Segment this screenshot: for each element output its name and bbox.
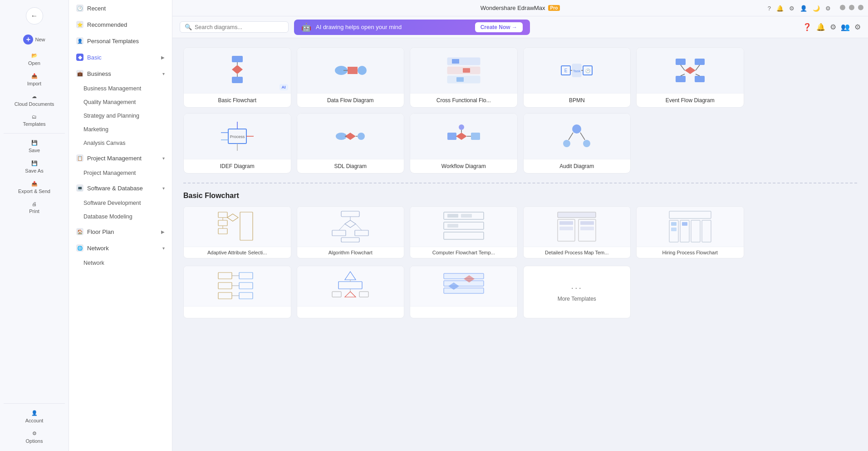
sidebar-item-cloud[interactable]: ☁ Cloud Documents xyxy=(0,90,69,110)
diagram-card-label-cross-functional: Cross Functional Flo... xyxy=(410,93,517,107)
minimize-button[interactable] xyxy=(840,5,845,10)
sidebar-sub-software-dev[interactable]: Software Development xyxy=(69,196,172,210)
sidebar-item-open[interactable]: 📂 Open xyxy=(0,49,69,69)
sidebar-item-network[interactable]: 🌐 Network ▾ xyxy=(69,240,172,256)
sidebar-sub-network[interactable]: Network xyxy=(69,256,172,270)
title-bar-actions: ? 🔔 ⚙ 👤 🌙 ⚙ xyxy=(768,5,863,11)
sidebar-sub-strategy[interactable]: Strategy and Planning xyxy=(69,109,172,123)
sidebar-item-options[interactable]: ⚙ Options xyxy=(0,427,69,447)
sidebar-item-recent[interactable]: 🕐 Recent xyxy=(69,0,172,16)
template-card-t6[interactable] xyxy=(183,266,291,318)
diagram-card-data-flow[interactable]: Data Flow Diagram xyxy=(297,47,405,108)
svg-rect-60 xyxy=(218,228,227,234)
floorplan-chevron: ▶ xyxy=(161,229,165,234)
plugin-icon[interactable]: ⚙ xyxy=(830,23,836,31)
svg-rect-45 xyxy=(447,133,456,140)
business-chevron: ▾ xyxy=(162,71,165,76)
svg-rect-97 xyxy=(239,282,253,289)
search-input[interactable] xyxy=(195,24,284,30)
template-label-t1: Adaptive Attribute Selecti... xyxy=(184,247,291,258)
template-img-t4 xyxy=(524,207,631,247)
options-icon: ⚙ xyxy=(32,431,37,436)
app-settings-icon[interactable]: ⚙ xyxy=(825,5,831,11)
sidebar-item-floorplan[interactable]: 🏠 Floor Plan ▶ xyxy=(69,223,172,240)
content-area: Wondershare EdrawMax Pro ? 🔔 ⚙ 👤 🌙 ⚙ 🔍 🤖… xyxy=(172,0,868,451)
svg-rect-105 xyxy=(332,292,341,297)
svg-rect-76 xyxy=(461,214,472,218)
export-icon: 📤 xyxy=(31,181,38,187)
sidebar-item-software[interactable]: 💻 Software & Database ▾ xyxy=(69,180,172,196)
templates-label: Templates xyxy=(23,121,45,127)
maximize-button[interactable] xyxy=(849,5,854,10)
template-card-t3[interactable]: Computer Flowchart Temp... xyxy=(410,206,518,258)
diagram-card-idef[interactable]: Process IDEF Diagram xyxy=(183,113,291,173)
diagram-card-cross-functional[interactable]: Cross Functional Flo... xyxy=(410,47,518,108)
diagram-card-event-flow[interactable]: Event Flow Diagram xyxy=(636,47,744,108)
sidebar-item-print[interactable]: 🖨 Print xyxy=(0,198,69,218)
sidebar-item-account[interactable]: 👤 Account xyxy=(0,406,69,427)
sidebar-item-import[interactable]: 📥 Import xyxy=(0,69,69,90)
template-card-t8[interactable] xyxy=(410,266,518,318)
sidebar-item-export[interactable]: 📤 Export & Send xyxy=(0,177,69,198)
settings-icon[interactable]: ⚙ xyxy=(789,5,794,11)
app-title: Wondershare EdrawMax Pro xyxy=(481,5,560,11)
template-card-t7[interactable] xyxy=(297,266,405,318)
sidebar-item-saveas[interactable]: 💾 Save As xyxy=(0,157,69,177)
svg-rect-89 xyxy=(702,220,711,242)
template-label-t2: Algorithm Flowchart xyxy=(297,247,404,258)
svg-rect-109 xyxy=(444,273,484,279)
sidebar-item-save[interactable]: 💾 Save xyxy=(0,136,69,157)
template-card-t2[interactable]: Algorithm Flowchart xyxy=(297,206,405,258)
main-sidebar: 🕐 Recent ⭐ Recommended 👤 Personal Templa… xyxy=(69,0,172,451)
sidebar-sub-quality-mgmt[interactable]: Quality Management xyxy=(69,95,172,109)
sidebar-item-business[interactable]: 💼 Business ▾ xyxy=(69,65,172,82)
help-toolbar-icon[interactable]: ❓ xyxy=(803,23,812,31)
community-icon[interactable]: 👥 xyxy=(841,23,850,31)
diagram-card-label-workflow: Workflow Diagram xyxy=(410,159,517,173)
ai-create-now-button[interactable]: Create Now → xyxy=(475,22,523,32)
notification-icon[interactable]: 🔔 xyxy=(816,23,825,31)
help-icon[interactable]: ? xyxy=(768,5,771,11)
sidebar-item-recommended[interactable]: ⭐ Recommended xyxy=(69,16,172,33)
template-card-t4[interactable]: Detailed Process Map Tem... xyxy=(523,206,631,258)
theme-icon[interactable]: 🌙 xyxy=(813,5,820,11)
sidebar-sub-business-mgmt[interactable]: Business Management xyxy=(69,82,172,95)
svg-marker-104 xyxy=(345,292,356,297)
template-card-t5[interactable]: Hiring Process Flowchart xyxy=(636,206,744,258)
sidebar-item-personal[interactable]: 👤 Personal Templates xyxy=(69,33,172,49)
sidebar-item-templates[interactable]: 🗂 Templates xyxy=(0,110,69,130)
global-settings-icon[interactable]: ⚙ xyxy=(854,23,861,31)
diagram-card-img-bpmn: E 🕐 Task xyxy=(524,48,631,93)
svg-point-53 xyxy=(563,140,570,147)
svg-line-29 xyxy=(681,65,685,70)
sidebar-sub-analysis[interactable]: Analysis Canvas xyxy=(69,136,172,150)
sidebar-sub-database[interactable]: Database Modeling xyxy=(69,210,172,223)
template-card-t1[interactable]: Adaptive Attribute Selecti... xyxy=(183,206,291,258)
back-button[interactable]: ← xyxy=(26,7,43,25)
svg-rect-95 xyxy=(218,292,232,299)
svg-rect-0 xyxy=(232,56,243,62)
sidebar-floorplan-label: Floor Plan xyxy=(87,228,114,235)
diagram-card-basic-flowchart[interactable]: AI Basic Flowchart xyxy=(183,47,291,108)
more-templates-button[interactable]: ··· More Templates xyxy=(523,266,631,318)
sidebar-sub-project-mgmt[interactable]: Project Management xyxy=(69,166,172,180)
svg-point-54 xyxy=(583,140,590,147)
diagram-card-label-event-flow: Event Flow Diagram xyxy=(637,93,744,107)
diagram-card-audit[interactable]: Audit Diagram xyxy=(523,113,631,173)
diagram-card-bpmn[interactable]: E 🕐 Task BPMN xyxy=(523,47,631,108)
close-button[interactable] xyxy=(858,5,863,10)
left-sidebar: ← + New 📂 Open 📥 Import ☁ Cloud Document… xyxy=(0,0,69,451)
sidebar-sub-marketing[interactable]: Marketing xyxy=(69,123,172,136)
save-icon: 💾 xyxy=(31,140,38,146)
svg-rect-47 xyxy=(471,133,480,140)
diagram-card-sdl[interactable]: SDL Diagram xyxy=(297,113,405,173)
diagram-card-workflow[interactable]: Workflow Diagram xyxy=(410,113,518,173)
notif-icon[interactable]: 🔔 xyxy=(776,5,784,11)
template-img-t1 xyxy=(184,207,291,247)
sidebar-item-new[interactable]: + New xyxy=(0,30,69,49)
sidebar-item-basic[interactable]: ◆ Basic ▶ xyxy=(69,49,172,65)
search-box[interactable]: 🔍 xyxy=(180,21,289,33)
user-icon[interactable]: 👤 xyxy=(800,5,807,11)
sidebar-item-project[interactable]: 📋 Project Management ▾ xyxy=(69,150,172,166)
print-label: Print xyxy=(29,208,39,214)
